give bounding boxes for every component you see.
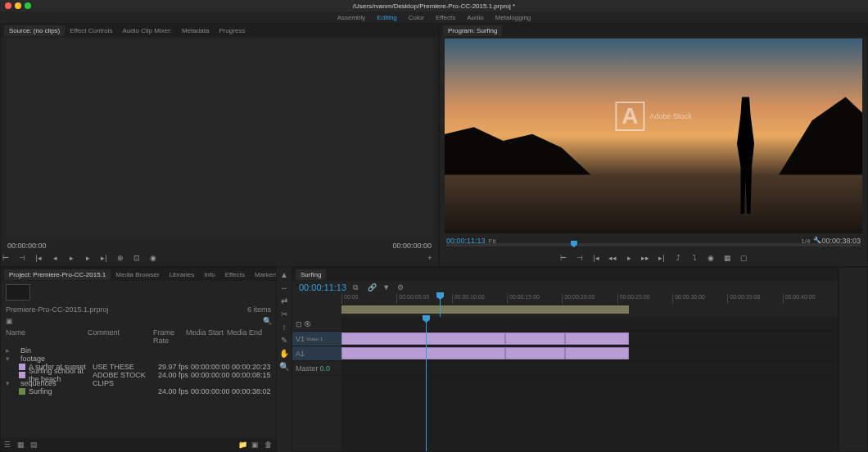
razor-tool-icon[interactable]: ✂ bbox=[279, 310, 289, 319]
step-fwd-icon[interactable]: ▸▸ bbox=[640, 254, 650, 264]
extract-icon[interactable]: ⤵ bbox=[689, 254, 699, 264]
export-frame-icon[interactable]: ◉ bbox=[706, 254, 716, 264]
tab-effects-panel[interactable]: Effects bbox=[220, 269, 250, 280]
tab-program[interactable]: Program: Surfing bbox=[443, 25, 502, 36]
tab-effect-controls[interactable]: Effect Controls bbox=[65, 25, 117, 36]
workspace-audio[interactable]: Audio bbox=[467, 14, 483, 21]
pen-tool-icon[interactable]: ✎ bbox=[279, 336, 289, 346]
go-to-in-icon[interactable]: |◂ bbox=[591, 254, 601, 264]
project-row[interactable]: ▾footage bbox=[1, 355, 276, 363]
timeline-playhead-line[interactable] bbox=[426, 317, 427, 451]
zoom-tool-icon[interactable]: 🔍 bbox=[279, 362, 289, 372]
list-view-icon[interactable]: ☰ bbox=[4, 441, 12, 449]
minimize-icon[interactable] bbox=[15, 2, 21, 9]
col-media-start[interactable]: Media Start bbox=[186, 328, 227, 345]
step-back-icon[interactable]: ◂◂ bbox=[608, 254, 617, 264]
new-bin-icon[interactable]: 📁 bbox=[238, 441, 246, 449]
program-scrubber[interactable] bbox=[446, 243, 861, 246]
tab-audio-clip-mixer[interactable]: Audio Clip Mixer: bbox=[118, 25, 177, 36]
selection-tool-icon[interactable]: ▲ bbox=[279, 270, 289, 280]
mark-in-icon[interactable]: ⊢ bbox=[558, 254, 568, 264]
go-to-out-icon[interactable]: ▸| bbox=[657, 254, 667, 264]
source-transport: ⊢ ⊣ |◂ ◂ ▸ ▸ ▸| ⊕ ⊡ ◉ + bbox=[1, 251, 438, 266]
add-button-icon[interactable]: + bbox=[425, 254, 435, 264]
track-area[interactable] bbox=[341, 317, 838, 451]
go-to-out-icon[interactable]: ▸| bbox=[99, 254, 109, 264]
tab-project[interactable]: Project: Premiere-Pro-CC-2015.1 bbox=[4, 269, 111, 280]
filter-icon[interactable]: ▣ bbox=[6, 317, 14, 325]
snap-icon[interactable]: ⧉ bbox=[353, 283, 361, 292]
col-media-end[interactable]: Media End bbox=[227, 328, 268, 345]
track-v1-extra[interactable]: ⊡⦿ bbox=[292, 317, 341, 332]
maximize-icon[interactable] bbox=[25, 2, 31, 9]
program-viewer[interactable]: A Adobe Stock bbox=[445, 38, 862, 233]
tab-metadata[interactable]: Metadata bbox=[177, 25, 214, 36]
play-icon[interactable]: ▸ bbox=[66, 254, 76, 264]
linked-selection-icon[interactable]: 🔗 bbox=[368, 283, 376, 292]
col-comment[interactable]: Comment bbox=[88, 328, 153, 345]
clip[interactable] bbox=[341, 332, 505, 345]
step-back-icon[interactable]: ◂ bbox=[50, 254, 60, 264]
col-name[interactable]: Name bbox=[6, 328, 88, 345]
mark-out-icon[interactable]: ⊣ bbox=[575, 254, 585, 264]
work-area-bar[interactable] bbox=[341, 305, 629, 314]
tab-progress[interactable]: Progress bbox=[214, 25, 250, 36]
overwrite-icon[interactable]: ⊡ bbox=[132, 254, 142, 264]
tab-info[interactable]: Info bbox=[199, 269, 219, 280]
mark-out-icon[interactable]: ⊣ bbox=[17, 254, 27, 264]
safe-margins-icon[interactable]: ▢ bbox=[739, 254, 748, 264]
add-marker-icon[interactable]: ▼ bbox=[382, 283, 391, 292]
col-framerate[interactable]: Frame Rate bbox=[153, 328, 186, 345]
new-item-icon[interactable]: ▣ bbox=[251, 441, 260, 449]
timeline-playhead[interactable] bbox=[440, 294, 441, 317]
lift-icon[interactable]: ⤴ bbox=[673, 254, 683, 264]
clip[interactable] bbox=[565, 347, 630, 359]
playhead-icon[interactable] bbox=[571, 241, 577, 247]
track-a1[interactable] bbox=[341, 346, 838, 361]
document-title: /Users/rvanm/Desktop/Premiere-Pro-CC-201… bbox=[353, 2, 515, 10]
project-thumbnail bbox=[6, 284, 30, 301]
freeform-view-icon[interactable]: ▤ bbox=[30, 441, 38, 449]
clip[interactable] bbox=[341, 347, 505, 359]
search-icon[interactable]: 🔍 bbox=[263, 317, 271, 325]
track-header-a1[interactable]: A1 bbox=[292, 346, 341, 361]
go-to-in-icon[interactable]: |◂ bbox=[34, 254, 43, 264]
close-icon[interactable] bbox=[5, 2, 11, 9]
ripple-edit-icon[interactable]: ⇄ bbox=[279, 296, 289, 306]
tab-source[interactable]: Source: (no clips) bbox=[4, 25, 65, 36]
project-row[interactable]: ▸Bin bbox=[1, 346, 276, 355]
track-header-v1[interactable]: V1Video 1 bbox=[292, 332, 341, 346]
workspace-effects[interactable]: Effects bbox=[436, 14, 455, 21]
clip[interactable] bbox=[505, 347, 565, 359]
source-tc-right: 00:00:00:00 bbox=[392, 242, 432, 250]
tab-markers[interactable]: Markers bbox=[250, 269, 276, 280]
source-tc-left[interactable]: 00:00:00:00 bbox=[7, 242, 47, 250]
compare-icon[interactable]: ▦ bbox=[722, 254, 732, 264]
timeline-timecode[interactable]: 00:00:11:13 bbox=[299, 282, 346, 292]
insert-icon[interactable]: ⊕ bbox=[115, 254, 125, 264]
timeline-ruler[interactable]: 00:0000:00:05:0000:00:10:0000:00:15:0000… bbox=[341, 294, 838, 317]
settings-icon[interactable]: ⚙ bbox=[397, 283, 405, 292]
trash-icon[interactable]: 🗑 bbox=[264, 441, 273, 449]
tab-media-browser[interactable]: Media Browser bbox=[111, 269, 164, 280]
project-row[interactable]: Surfing24.00 fps00:00:00:0000:00:38:02 bbox=[1, 387, 276, 396]
track-header-master[interactable]: Master0.0 bbox=[292, 361, 341, 376]
workspace-assembly[interactable]: Assembly bbox=[337, 14, 366, 21]
track-select-icon[interactable]: ↔ bbox=[279, 283, 289, 293]
slip-tool-icon[interactable]: ↕ bbox=[279, 323, 289, 332]
clip[interactable] bbox=[505, 332, 565, 345]
workspace-editing[interactable]: Editing bbox=[377, 14, 396, 21]
project-row[interactable]: Surfing school at the beachUSE THESE ADO… bbox=[1, 371, 276, 379]
step-fwd-icon[interactable]: ▸ bbox=[83, 254, 93, 264]
tab-sequence[interactable]: Surfing bbox=[296, 269, 326, 280]
workspace-color[interactable]: Color bbox=[409, 14, 424, 21]
workspace-metalogging[interactable]: Metalogging bbox=[495, 14, 531, 21]
tab-libraries[interactable]: Libraries bbox=[165, 269, 200, 280]
play-icon[interactable]: ▸ bbox=[624, 254, 634, 264]
icon-view-icon[interactable]: ▦ bbox=[17, 441, 25, 449]
hand-tool-icon[interactable]: ✋ bbox=[279, 349, 289, 359]
clip[interactable] bbox=[565, 332, 630, 345]
mark-in-icon[interactable]: ⊢ bbox=[1, 254, 11, 264]
export-frame-icon[interactable]: ◉ bbox=[148, 254, 158, 264]
track-v1[interactable] bbox=[341, 332, 838, 346]
